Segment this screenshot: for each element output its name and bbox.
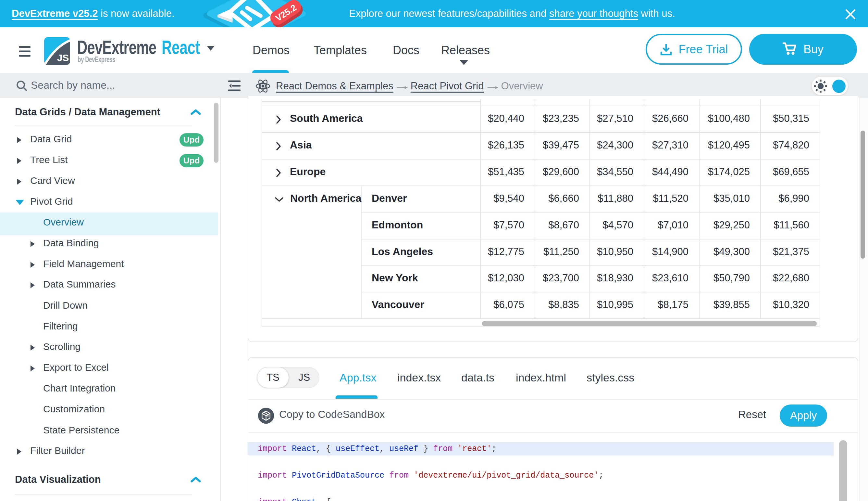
svg-text:JS: JS bbox=[57, 52, 69, 63]
